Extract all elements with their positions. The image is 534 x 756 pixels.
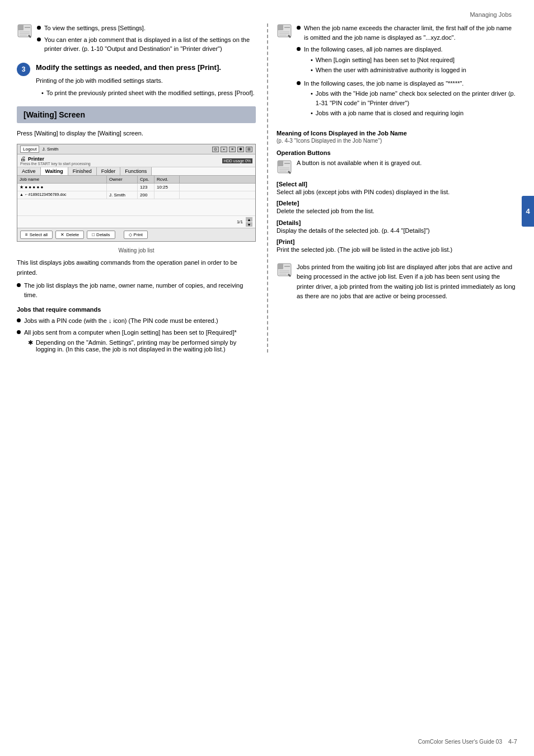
op-buttons-list: [Select all] Select all jobs (except job… xyxy=(277,181,517,255)
pagination-arrows: ▲ ▼ xyxy=(246,217,252,227)
note-icon xyxy=(17,24,32,39)
bottom-note-icon xyxy=(277,262,292,278)
chapter-tab: 4 xyxy=(522,196,534,227)
arrow-up[interactable]: ▲ xyxy=(246,217,252,222)
list-item: You can enter a job comment that is disp… xyxy=(37,35,256,54)
right-top-note: When the job name exceeds the character … xyxy=(277,24,517,122)
waiting-caption: Waiting job list xyxy=(17,247,256,253)
bullet-dot xyxy=(297,47,301,51)
bullet-dot xyxy=(297,26,301,30)
cell-rcvd xyxy=(154,191,180,199)
select-all-button[interactable]: ≡ Select all xyxy=(20,231,53,239)
footer-brand: ComColor Series User's Guide 03 xyxy=(418,739,502,745)
col-header-rcvd: Rcvd. xyxy=(154,176,180,183)
bullet-dot xyxy=(37,37,41,41)
waiting-intro: Press [Waiting] to display the [Waiting]… xyxy=(17,129,256,139)
op-note-text: A button is not available when it is gra… xyxy=(297,159,421,166)
list-item: To view the settings, press [Settings]. xyxy=(37,24,256,33)
arrow-down[interactable]: ▼ xyxy=(246,222,252,227)
top-note-content: To view the settings, press [Settings]. … xyxy=(37,24,256,56)
note-icon-right xyxy=(277,24,292,39)
table-row[interactable]: ★ ● ● ● ● ● 123 10:25 xyxy=(17,184,255,191)
waiting-bullets: The job list displays the job name, owne… xyxy=(17,281,256,299)
two-col-layout: To view the settings, press [Settings]. … xyxy=(17,24,517,353)
status-icon-3: ≡ xyxy=(229,147,236,152)
ast-text: Depending on the "Admin. Settings", prin… xyxy=(36,339,256,353)
op-note-icon xyxy=(277,159,292,175)
top-note-box: To view the settings, press [Settings]. … xyxy=(17,24,256,56)
print-button[interactable]: ◇ Print xyxy=(124,231,148,239)
print-icon: ◇ xyxy=(129,232,132,237)
table-row[interactable]: ▲ ←#1890123456789.doc J. Smith 200 xyxy=(17,191,255,199)
step-number: 3 xyxy=(17,63,30,76)
op-buttons-title: Operation Buttons xyxy=(277,149,517,156)
bottom-note-box: Jobs printed from the waiting job list a… xyxy=(277,262,517,302)
ast-note: ✱ Depending on the "Admin. Settings", pr… xyxy=(17,339,256,353)
page-footer: ComColor Series User's Guide 03 4-7 xyxy=(418,738,517,745)
status-icon-1: ⊙ xyxy=(212,147,219,152)
topbar-left: Logout J. Smith xyxy=(20,145,58,153)
cell-owner: J. Smith xyxy=(107,191,138,199)
delete-label: [Delete] xyxy=(277,200,517,206)
status-icon-4: ✱ xyxy=(237,147,244,152)
col-header-cps: Cps. xyxy=(138,176,154,183)
cell-jobname: ▲ ←#1890123456789.doc xyxy=(17,191,107,199)
print-label: [Print] xyxy=(277,238,517,245)
col-header-jobname: Job name xyxy=(17,176,107,183)
tab-folder[interactable]: Folder xyxy=(97,167,121,175)
user-name: J. Smith xyxy=(42,147,58,152)
svg-rect-7 xyxy=(278,25,283,30)
header-title: Managing Jobs xyxy=(470,11,512,18)
printer-pagination: 1/1 ▲ ▼ xyxy=(17,216,255,228)
jobs-require-title: Jobs that require commands xyxy=(17,306,256,313)
op-button-details: [Details] Display the details of the sel… xyxy=(277,219,517,236)
all-names-sub-list: When [Login setting] has been set to [No… xyxy=(304,55,466,75)
tab-waiting[interactable]: Waiting xyxy=(41,167,68,175)
printer-tabs: Active Waiting Finished Folder Functions xyxy=(17,167,255,176)
svg-rect-1 xyxy=(18,25,24,30)
svg-rect-19 xyxy=(278,264,283,269)
bullet-dot xyxy=(17,318,21,322)
delete-button[interactable]: ✕ Delete xyxy=(55,231,84,239)
bullet-dot xyxy=(297,81,301,85)
topbar-right: ⊙ ▪ ≡ ✱ ⊞ xyxy=(212,147,252,152)
status-icon-5: ⊞ xyxy=(246,147,252,152)
printer-ui-mockup: Logout J. Smith ⊙ ▪ ≡ ✱ ⊞ 🖨 xyxy=(17,144,256,242)
bullet-dot xyxy=(17,330,21,334)
cell-jobname: ★ ● ● ● ● ● xyxy=(17,184,107,191)
details-button[interactable]: □ Details xyxy=(87,231,115,239)
details-desc: Display the details of the selected job.… xyxy=(277,226,517,236)
list-item: When [Login setting] has been set to [No… xyxy=(311,55,466,65)
meaning-title: Meaning of Icons Displayed in the Job Na… xyxy=(277,130,517,137)
jobs-bullets: Jobs with a PIN code (with the ↓ icon) (… xyxy=(17,316,256,337)
delete-icon: ✕ xyxy=(60,232,64,237)
left-column: To view the settings, press [Settings]. … xyxy=(17,24,267,353)
printer-buttons: ≡ Select all ✕ Delete □ Details ◇ Print xyxy=(17,228,255,241)
printer-table-header: Job name Owner Cps. Rcvd. xyxy=(17,176,255,184)
print-desc: Print the selected job. (The job will be… xyxy=(277,245,517,255)
printer-icon: 🖨 xyxy=(20,156,26,162)
tab-active[interactable]: Active xyxy=(17,167,41,175)
details-icon: □ xyxy=(92,232,95,237)
step-content: Modify the settings as needed, and then … xyxy=(36,63,255,100)
step-sub-list: To print the previously printed sheet wi… xyxy=(36,88,255,98)
select-all-desc: Select all jobs (except jobs with PIN co… xyxy=(277,187,517,197)
bullet-dot xyxy=(37,26,41,30)
list-item: All jobs sent from a computer when [Logi… xyxy=(17,328,256,337)
select-all-label: Select all xyxy=(30,232,48,237)
list-item: Jobs with a job name that is closed and … xyxy=(311,109,517,118)
cell-cps: 123 xyxy=(138,184,154,191)
delete-desc: Delete the selected job from the list. xyxy=(277,206,517,216)
svg-rect-13 xyxy=(278,161,283,166)
pagination-text: 1/1 xyxy=(237,219,243,224)
op-note-box: A button is not available when it is gra… xyxy=(277,159,517,175)
list-item: The job list displays the job name, owne… xyxy=(17,281,256,299)
bottom-note-text: Jobs printed from the waiting job list a… xyxy=(297,262,517,302)
cell-rcvd: 10:25 xyxy=(154,184,180,191)
tab-functions[interactable]: Functions xyxy=(120,167,152,175)
step-body: Printing of the job with modified settin… xyxy=(36,76,255,98)
top-note-list: To view the settings, press [Settings]. … xyxy=(37,24,256,54)
printer-label: Printer xyxy=(28,156,44,162)
logout-btn[interactable]: Logout xyxy=(20,145,39,153)
tab-finished[interactable]: Finished xyxy=(68,167,97,175)
